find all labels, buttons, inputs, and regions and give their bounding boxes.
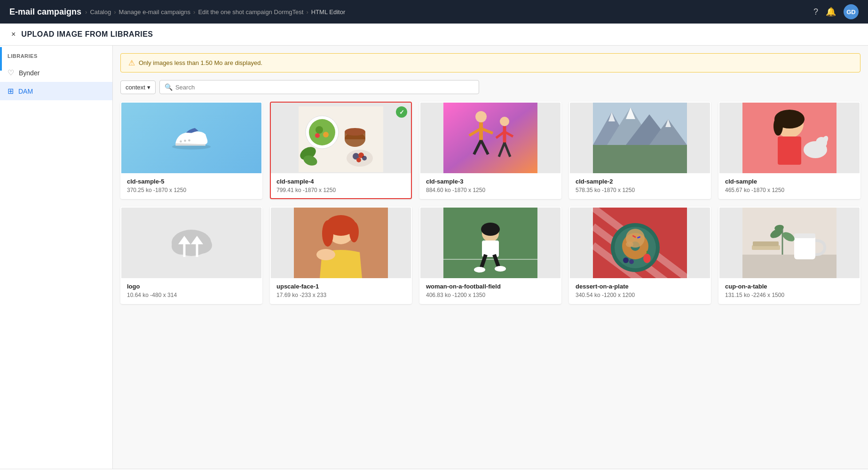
image-thumbnail-upscale-face-1 [271, 208, 411, 278]
context-button[interactable]: context ▾ [120, 80, 156, 94]
selected-check-badge: ✓ [396, 106, 407, 118]
svg-point-87 [643, 254, 651, 263]
svg-point-22 [475, 111, 487, 122]
svg-point-74 [495, 266, 506, 272]
svg-point-64 [349, 222, 359, 242]
image-name-cld-sample: cld-sample [725, 178, 854, 185]
svg-point-7 [316, 126, 323, 134]
warning-banner: ⚠ Only images less than 1.50 Mo are disp… [120, 53, 860, 72]
image-thumbnail-cld-sample-3 [420, 103, 560, 173]
image-grid: cld-sample-5 370.25 ko -1870 x 1250 [120, 102, 860, 304]
image-card-cld-sample-5[interactable]: cld-sample-5 370.25 ko -1870 x 1250 [120, 102, 262, 199]
image-meta-upscale-face-1: 17.69 ko -233 x 233 [276, 292, 405, 298]
context-chevron: ▾ [147, 84, 150, 91]
avatar[interactable]: GD [844, 4, 859, 19]
image-name-upscale-face-1: upscale-face-1 [276, 283, 405, 290]
sidebar-label-bynder: Bynder [19, 69, 39, 77]
image-info-upscale-face-1: upscale-face-1 17.69 ko -233 x 233 [271, 278, 411, 303]
svg-point-73 [474, 267, 485, 273]
image-card-upscale-face-1[interactable]: upscale-face-1 17.69 ko -233 x 233 [270, 207, 412, 304]
svg-point-2 [184, 140, 186, 142]
svg-rect-92 [742, 255, 836, 278]
sidebar-label-dam: DAM [18, 88, 33, 95]
image-thumbnail-cup [719, 208, 860, 278]
svg-point-8 [323, 132, 329, 137]
svg-point-69 [481, 223, 500, 236]
image-card-dessert-on-a-plate[interactable]: dessert-on-a-plate 340.54 ko -1200 x 120… [569, 207, 711, 304]
image-info-cup: cup-on-a-table 131.15 ko -2246 x 1500 [719, 278, 860, 303]
page-title: UPLOAD IMAGE FROM LIBRARIES [21, 30, 153, 39]
image-meta-cld-sample-4: 799.41 ko -1870 x 1250 [276, 187, 405, 193]
breadcrumb-current: HTML Editor [311, 8, 345, 16]
svg-point-47 [773, 117, 783, 136]
svg-point-89 [623, 257, 629, 263]
svg-point-63 [322, 220, 333, 247]
image-meta-cld-sample: 465.67 ko -1870 x 1250 [725, 187, 854, 193]
image-card-cld-sample-4[interactable]: ✓ cld-sample-4 799.41 ko -1870 x 1250 [270, 102, 412, 199]
image-thumbnail-woman-football [420, 208, 560, 278]
warning-text: Only images less than 1.50 Mo are displa… [139, 59, 262, 66]
context-label: context [126, 84, 145, 91]
sidebar-item-dam[interactable]: ⊞ DAM [0, 82, 112, 100]
accent-bar [0, 47, 2, 71]
svg-rect-43 [593, 145, 687, 173]
sidebar-section-title: LIBRARIES [0, 53, 112, 64]
image-thumbnail-cld-sample-4: ✓ [271, 103, 411, 173]
image-meta-cld-sample-3: 884.60 ko -1870 x 1250 [426, 187, 555, 193]
image-card-woman-on-a-football-field[interactable]: woman-on-a-football-field 406.83 ko -120… [419, 207, 561, 304]
svg-point-28 [500, 117, 509, 126]
image-meta-logo: 10.64 ko -480 x 314 [127, 292, 256, 298]
app-title: E-mail campaigns [9, 7, 81, 17]
help-icon[interactable]: ? [813, 7, 818, 17]
search-input-wrap: 🔍 [159, 80, 479, 94]
warning-icon: ⚠ [128, 58, 135, 67]
image-meta-woman-football: 406.83 ko -1200 x 1350 [426, 292, 555, 298]
image-card-logo[interactable]: logo 10.64 ko -480 x 314 [120, 207, 262, 304]
image-name-cld-sample-2: cld-sample-2 [576, 178, 704, 185]
content-area: ⚠ Only images less than 1.50 Mo are disp… [113, 46, 868, 469]
svg-point-3 [188, 139, 190, 142]
image-name-cld-sample-5: cld-sample-5 [127, 178, 256, 185]
bottom-bar: Save [0, 469, 868, 473]
sidebar-item-bynder[interactable]: ♡ Bynder [0, 64, 112, 82]
image-thumbnail-cld-sample-5 [121, 103, 261, 173]
image-info-cld-sample: cld-sample 465.67 ko -1870 x 1250 [719, 173, 860, 198]
breadcrumb-catalog[interactable]: Catalog [90, 8, 111, 16]
image-info-cld-sample-3: cld-sample-3 884.60 ko -1870 x 1250 [420, 173, 560, 198]
search-icon: 🔍 [165, 83, 173, 91]
svg-rect-21 [443, 103, 537, 173]
svg-point-84 [626, 241, 633, 247]
image-name-dessert: dessert-on-a-plate [576, 283, 704, 290]
image-name-cld-sample-3: cld-sample-3 [426, 178, 555, 185]
image-card-cld-sample[interactable]: cld-sample 465.67 ko -1870 x 1250 [718, 102, 860, 199]
image-info-woman-football: woman-on-a-football-field 406.83 ko -120… [420, 278, 560, 303]
breadcrumb-edit[interactable]: Edit the one shot campaign DormgTest [198, 8, 303, 16]
image-info-cld-sample-4: cld-sample-4 799.41 ko -1870 x 1250 [271, 173, 411, 198]
image-thumbnail-dessert [570, 208, 710, 278]
main-layout: LIBRARIES ♡ Bynder ⊞ DAM ⚠ Only images l… [0, 46, 868, 469]
image-card-cld-sample-3[interactable]: cld-sample-3 884.60 ko -1870 x 1250 [419, 102, 561, 199]
bynder-icon: ♡ [8, 68, 14, 77]
image-info-logo: logo 10.64 ko -480 x 314 [121, 278, 261, 303]
image-thumbnail-logo [121, 208, 261, 278]
svg-point-90 [629, 259, 634, 264]
svg-rect-96 [794, 233, 815, 238]
breadcrumb-manage[interactable]: Manage e-mail campaigns [119, 8, 190, 16]
search-bar: context ▾ 🔍 [120, 80, 860, 94]
sidebar: LIBRARIES ♡ Bynder ⊞ DAM [0, 46, 113, 469]
notification-icon[interactable]: 🔔 [826, 7, 836, 17]
image-meta-cup: 131.15 ko -2246 x 1500 [725, 292, 854, 298]
image-name-cld-sample-4: cld-sample-4 [276, 178, 405, 185]
search-input[interactable] [175, 84, 474, 91]
image-name-woman-football: woman-on-a-football-field [426, 283, 555, 290]
image-info-cld-sample-5: cld-sample-5 370.25 ko -1870 x 1250 [121, 173, 261, 198]
image-card-cld-sample-2[interactable]: cld-sample-2 578.35 ko -1870 x 1250 [569, 102, 711, 199]
close-button[interactable]: × [11, 30, 16, 39]
image-meta-cld-sample-5: 370.25 ko -1870 x 1250 [127, 187, 256, 193]
image-meta-dessert: 340.54 ko -1200 x 1200 [576, 292, 704, 298]
image-info-cld-sample-2: cld-sample-2 578.35 ko -1870 x 1250 [570, 173, 710, 198]
svg-point-54 [189, 237, 212, 254]
top-nav: E-mail campaigns › Catalog › Manage e-ma… [0, 0, 868, 24]
svg-point-17 [356, 158, 361, 162]
image-card-cup-on-a-table[interactable]: cup-on-a-table 131.15 ko -2246 x 1500 [718, 207, 860, 304]
